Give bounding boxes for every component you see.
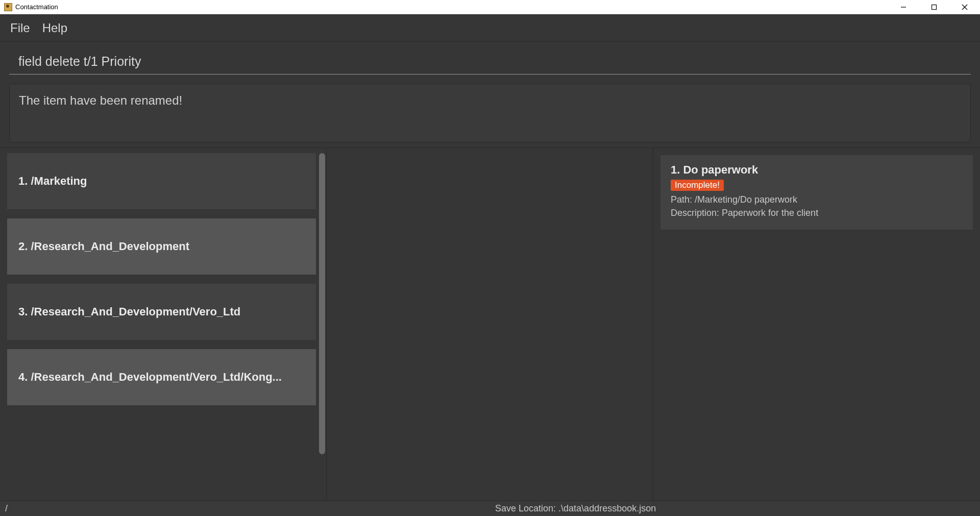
list-item[interactable]: 4. /Research_And_Development/Vero_Ltd/Ko… [7,349,316,405]
task-card[interactable]: 1. Do paperwork Incomplete! Path: /Marke… [660,155,973,230]
minimize-button[interactable] [888,0,919,14]
status-save-location: Save Location: .\data\addressbook.json [490,503,980,514]
panels: 1. /Marketing2. /Research_And_Developmen… [0,148,980,501]
task-path: Path: /Marketing/Do paperwork [671,193,963,206]
center-panel [327,148,653,501]
task-description: Description: Paperwork for the client [671,206,963,219]
message-box: The item have been renamed! [9,84,971,142]
app-body: File Help The item have been renamed! 1.… [0,14,980,516]
titlebar: Contactmation [0,0,980,14]
task-desc-value: Paperwork for the client [722,208,818,218]
left-list: 1. /Marketing2. /Research_And_Developmen… [7,153,324,496]
close-button[interactable] [949,0,980,14]
task-path-label: Path: [671,194,695,205]
menu-file[interactable]: File [10,21,30,35]
list-item-label: 2. /Research_And_Development [18,240,305,253]
status-path: / [0,503,490,514]
message-row: The item have been renamed! [0,75,980,142]
list-item-label: 3. /Research_And_Development/Vero_Ltd [18,305,305,318]
list-item[interactable]: 3. /Research_And_Development/Vero_Ltd [7,284,316,340]
list-item[interactable]: 2. /Research_And_Development [7,218,316,275]
task-desc-label: Description: [671,208,722,218]
menu-help[interactable]: Help [42,21,67,35]
command-row [0,42,980,75]
task-status-badge: Incomplete! [671,180,724,191]
task-path-value: /Marketing/Do paperwork [695,194,797,205]
command-input[interactable] [9,49,971,75]
list-item[interactable]: 1. /Marketing [7,153,316,209]
task-title: 1. Do paperwork [671,163,963,177]
window-controls [888,0,980,14]
left-panel: 1. /Marketing2. /Research_And_Developmen… [0,148,327,501]
maximize-button[interactable] [919,0,949,14]
statusbar: / Save Location: .\data\addressbook.json [0,501,980,516]
svg-rect-1 [932,5,937,9]
scrollbar-thumb[interactable] [319,153,325,454]
list-item-label: 4. /Research_And_Development/Vero_Ltd/Ko… [18,371,305,384]
app-icon [4,3,12,11]
app-window: Contactmation File Help The item have be… [0,0,980,516]
menubar: File Help [0,14,980,42]
scrollbar[interactable] [319,153,325,496]
window-title: Contactmation [15,3,888,11]
list-item-label: 1. /Marketing [18,175,305,188]
right-panel: 1. Do paperwork Incomplete! Path: /Marke… [653,148,980,501]
